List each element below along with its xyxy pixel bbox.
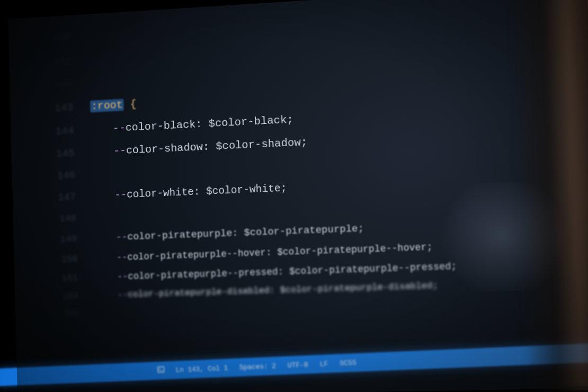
scss-var: $color-piratepurple--hover xyxy=(277,242,427,258)
css-prop: color-piratepurple--hover xyxy=(127,247,266,263)
line-number: 145 xyxy=(11,141,92,168)
line-number: 150 xyxy=(14,248,94,271)
editor-screen: 140 141 142 143 :root { 144 --color-blac… xyxy=(8,0,588,392)
brace-open: { xyxy=(130,98,137,110)
line-number: 148 xyxy=(13,207,93,231)
css-selector: :root xyxy=(90,99,124,113)
css-prop: color-black xyxy=(126,119,196,134)
css-prop: color-white xyxy=(127,186,194,201)
status-eol[interactable]: LF xyxy=(319,360,328,368)
scss-var: $color-black xyxy=(208,114,287,130)
terminal-icon[interactable] xyxy=(157,366,165,375)
line-number: 151 xyxy=(14,268,95,289)
scss-var: $color-piratepurple xyxy=(244,223,358,239)
code-content: :root { xyxy=(90,93,137,119)
line-number: 146 xyxy=(12,164,92,189)
css-prop: color-piratepurple-disabled xyxy=(128,286,270,300)
css-prop: color-piratepurple--pressed xyxy=(128,266,278,282)
scss-var: $color-piratepurple-disabled xyxy=(280,281,432,296)
css-prop: color-piratepurple xyxy=(127,227,232,243)
status-indentation[interactable]: Spaces: 2 xyxy=(239,362,276,371)
css-custom-prop-dash: -- xyxy=(116,231,128,243)
status-bar: Ln 143, Col 1 Spaces: 2 UTF-8 LF SCSS xyxy=(0,341,588,386)
svg-rect-0 xyxy=(157,367,164,372)
css-custom-prop-dash: -- xyxy=(114,189,127,201)
line-number: 149 xyxy=(13,228,94,251)
css-custom-prop-dash: -- xyxy=(113,145,127,157)
status-encoding[interactable]: UTF-8 xyxy=(287,361,308,370)
css-custom-prop-dash: -- xyxy=(118,290,128,300)
scss-var: $color-shadow xyxy=(216,137,301,153)
status-language-mode[interactable]: SCSS xyxy=(340,359,357,368)
scss-var: $color-white xyxy=(206,182,281,198)
line-number: 143 xyxy=(10,95,91,122)
scss-var: $color-piratepurple--pressed xyxy=(289,261,451,277)
css-custom-prop-dash: -- xyxy=(113,122,126,135)
css-custom-prop-dash: -- xyxy=(117,271,128,282)
line-number: 144 xyxy=(11,119,91,145)
code-editor[interactable]: 140 141 142 143 :root { 144 --color-blac… xyxy=(8,0,584,323)
status-cursor-position[interactable]: Ln 143, Col 1 xyxy=(175,364,228,374)
line-number: 147 xyxy=(12,185,93,210)
line-number: 152 xyxy=(15,287,96,307)
css-prop: color-shadow xyxy=(126,141,203,156)
css-custom-prop-dash: -- xyxy=(117,252,128,263)
line-number: 153 xyxy=(15,305,96,323)
